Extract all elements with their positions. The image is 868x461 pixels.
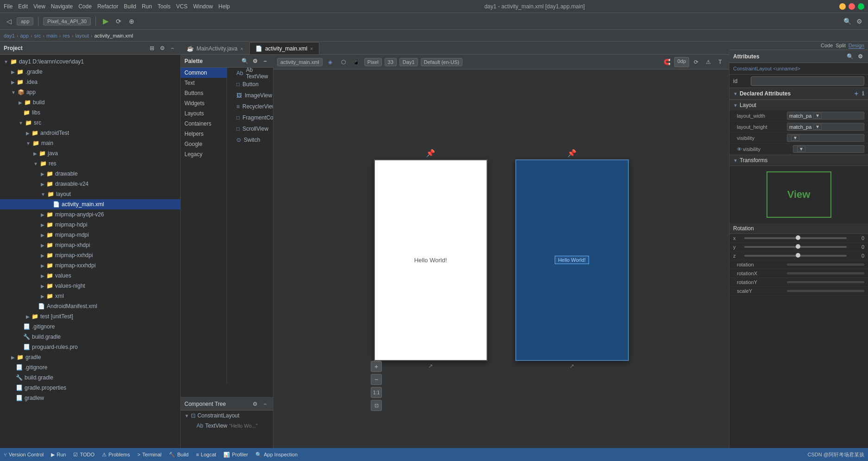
tree-item-gradle[interactable]: ▶ 📁 .gradle — [0, 67, 180, 77]
blueprint-frame[interactable]: Hello World! — [515, 159, 629, 361]
menu-code[interactable]: Code — [78, 3, 92, 10]
tree-item-main[interactable]: ▼ 📁 main — [0, 138, 180, 148]
attr-id-input[interactable] — [751, 76, 864, 86]
design-surface-icon[interactable]: ◈ — [325, 57, 336, 67]
device-select[interactable]: Pixel — [364, 58, 382, 66]
project-settings-icon[interactable]: ⚙ — [158, 44, 166, 52]
tree-item-libs[interactable]: 📁 libs — [0, 107, 180, 118]
status-problems[interactable]: ⚠ Problems — [102, 452, 130, 458]
tree-item-gradlew[interactable]: 📃 gradlew — [0, 393, 180, 403]
tab-close-activity-main[interactable]: × — [310, 46, 313, 51]
layout-section-header[interactable]: ▼ Layout — [729, 100, 868, 110]
menu-vcs[interactable]: VCS — [176, 3, 188, 10]
split-view-btn[interactable]: Split — [836, 43, 845, 49]
tree-item-activity-main[interactable]: 📄 activity_main.xml — [0, 199, 180, 209]
project-select[interactable]: Day1 — [399, 58, 418, 66]
menu-window[interactable]: Window — [193, 3, 213, 10]
tree-item-gitignore-root[interactable]: 📃 .gitignore — [0, 362, 180, 373]
tab-close-mainactivity[interactable]: × — [240, 46, 243, 51]
visibility-value[interactable]: ▼ — [787, 134, 864, 142]
refresh-icon[interactable]: ⟳ — [691, 57, 701, 67]
status-version-control[interactable]: ⑂ Version Control — [4, 452, 44, 457]
menu-view[interactable]: View — [33, 3, 45, 10]
tree-item-build[interactable]: ▶ 📁 build — [0, 97, 180, 107]
status-logcat[interactable]: ≡ Logcat — [196, 452, 216, 457]
component-tree-settings-icon[interactable]: ⚙ — [251, 400, 259, 408]
menu-navigate[interactable]: Navigate — [51, 3, 73, 10]
api-select[interactable]: 33 — [385, 58, 397, 66]
palette-cat-widgets[interactable]: Widgets — [181, 98, 227, 108]
status-build[interactable]: 🔨 Build — [169, 452, 188, 458]
orientation-icon[interactable]: 📱 — [351, 57, 361, 67]
settings-icon[interactable]: ⚙ — [854, 16, 864, 26]
back-icon[interactable]: ◁ — [4, 16, 14, 26]
status-todo[interactable]: ☑ TODO — [73, 452, 95, 458]
close-button[interactable] — [858, 3, 864, 10]
app-selector[interactable]: app — [17, 17, 33, 25]
attr-settings-icon[interactable]: ⚙ — [856, 52, 864, 61]
palette-cat-text[interactable]: Text — [181, 78, 227, 88]
zoom-actual-button[interactable]: ⊡ — [371, 400, 382, 411]
palette-item-scrollview[interactable]: □ ScrollView — [227, 123, 273, 134]
tree-item-values[interactable]: ▶ 📁 values — [0, 271, 180, 281]
snap-icon[interactable]: 🧲 — [662, 57, 672, 67]
breadcrumb-layout[interactable]: layout — [75, 33, 89, 38]
tree-item-mipmap-hdpi[interactable]: ▶ 📁 mipmap-hdpi — [0, 220, 180, 230]
blueprint-icon[interactable]: ⬡ — [338, 57, 348, 67]
tree-item-mipmap-mdpi[interactable]: ▶ 📁 mipmap-mdpi — [0, 230, 180, 240]
component-constraint-layout[interactable]: ▼ ⊡ ConstraintLayout — [181, 410, 273, 421]
zoom-out-button[interactable]: − — [371, 374, 382, 385]
status-run[interactable]: ▶ Run — [51, 452, 66, 458]
scaley-attr-value[interactable] — [787, 290, 864, 292]
tree-item-mipmap-anydpi[interactable]: ▶ 📁 mipmap-anydpi-v26 — [0, 209, 180, 220]
dropdown-arrow-icon-3[interactable]: ▼ — [791, 135, 799, 141]
breadcrumb-res[interactable]: res — [63, 33, 70, 38]
breadcrumb-day1[interactable]: day1 — [4, 33, 15, 38]
tree-item-build-gradle-root[interactable]: 🔧 build.gradle — [0, 373, 180, 383]
tree-item-gitignore[interactable]: 📃 .gitignore — [0, 322, 180, 332]
warnings-icon[interactable]: ⚠ — [703, 57, 713, 67]
declared-attributes-header[interactable]: ▼ Declared Attributes + ℹ — [729, 88, 868, 100]
rotation-z-slider[interactable] — [744, 255, 847, 257]
zoom-fit-button[interactable]: 1:1 — [371, 387, 382, 398]
search-icon[interactable]: 🔍 — [842, 16, 852, 26]
run-icon[interactable]: ▶ — [101, 16, 111, 26]
menu-tools[interactable]: Tools — [158, 3, 171, 10]
zoom-in-button[interactable]: + — [371, 361, 382, 372]
palette-settings-icon[interactable]: ⚙ — [251, 57, 259, 65]
component-textview[interactable]: Ab TextView "Hello Wo..." — [181, 421, 273, 431]
palette-cat-helpers[interactable]: Helpers — [181, 129, 227, 139]
tree-item-java[interactable]: ▶ 📁 java — [0, 148, 180, 158]
status-profiler[interactable]: 📊 Profiler — [223, 452, 248, 458]
rotation-x-slider[interactable] — [744, 237, 847, 239]
tree-item-build-gradle-app[interactable]: 🔧 build.gradle — [0, 332, 180, 342]
maximize-button[interactable] — [849, 3, 855, 10]
palette-cat-common[interactable]: Common — [181, 68, 227, 78]
tree-item-app[interactable]: ▼ 📦 app — [0, 87, 180, 97]
blueprint-resize-handle[interactable]: ↗ — [570, 363, 574, 369]
palette-item-recyclerview[interactable]: ≡ RecyclerView — [227, 101, 273, 112]
tree-item-mipmap-xxhdpi[interactable]: ▶ 📁 mipmap-xxhdpi — [0, 250, 180, 260]
profile-icon[interactable]: ⊕ — [127, 16, 137, 26]
component-tree-close-icon[interactable]: − — [261, 400, 269, 408]
tree-item-drawable-v24[interactable]: ▶ 📁 drawable-v24 — [0, 179, 180, 189]
sync-icon[interactable]: ⟳ — [114, 16, 124, 26]
status-app-inspection[interactable]: 🔍 App Inspection — [255, 452, 298, 458]
palette-item-button[interactable]: □ Button — [227, 79, 273, 90]
tree-item-androidmanifest[interactable]: 📄 AndroidManifest.xml — [0, 301, 180, 311]
breadcrumb-app[interactable]: app — [20, 33, 29, 38]
attr-search-icon[interactable]: 🔍 — [846, 52, 854, 61]
palette-search-icon[interactable]: 🔍 — [241, 57, 249, 65]
palette-item-imageview[interactable]: 🖼 ImageView — [227, 90, 273, 101]
theme-select[interactable]: Default (en-US) — [421, 58, 463, 66]
rotationx-attr-value[interactable] — [787, 272, 864, 274]
tree-item-test[interactable]: ▶ 📁 test [unitTest] — [0, 311, 180, 322]
code-view-btn[interactable]: Code — [821, 43, 833, 49]
dropdown-arrow-icon-2[interactable]: ▼ — [813, 124, 822, 130]
tree-item-gradle-folder[interactable]: ▶ 📁 gradle — [0, 352, 180, 362]
transforms-section-header[interactable]: ▼ Transforms — [729, 155, 868, 165]
tab-mainactivity[interactable]: ☕ MainActivity.java × — [181, 42, 249, 54]
breadcrumb-main[interactable]: main — [46, 33, 57, 38]
design-view-btn[interactable]: Design — [849, 43, 864, 49]
menu-build[interactable]: Build — [124, 3, 136, 10]
